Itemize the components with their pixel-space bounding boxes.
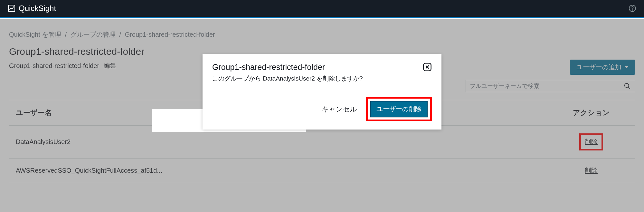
cancel-button[interactable]: キャンセル: [320, 102, 358, 116]
svg-point-2: [632, 10, 633, 10]
top-header: QuickSight: [0, 0, 644, 18]
modal-message: このグループから DataAnalysisUser2 を削除しますか?: [212, 74, 363, 83]
product-name: QuickSight: [19, 4, 56, 13]
confirm-highlight: ユーザーの削除: [366, 97, 432, 121]
help-icon[interactable]: [629, 5, 636, 12]
confirm-delete-button[interactable]: ユーザーの削除: [370, 101, 428, 117]
close-icon[interactable]: [423, 63, 432, 72]
confirm-delete-modal: Group1-shared-restricted-folder このグループから…: [203, 54, 441, 130]
modal-title: Group1-shared-restricted-folder: [212, 63, 363, 72]
modal-header: Group1-shared-restricted-folder このグループから…: [212, 63, 432, 97]
header-brand[interactable]: QuickSight: [8, 4, 56, 13]
quicksight-logo-icon: [8, 5, 15, 12]
modal-actions: キャンセル ユーザーの削除: [212, 97, 432, 121]
